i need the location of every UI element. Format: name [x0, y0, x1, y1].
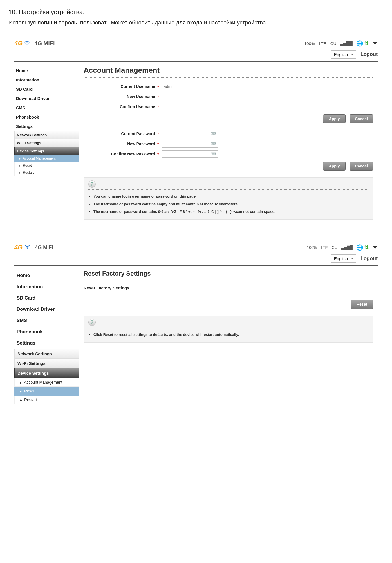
doc-heading: 10. Настройки устройства.	[8, 8, 384, 16]
nav-device-settings[interactable]: Device Settings	[14, 368, 79, 378]
nav-reset[interactable]: ▶ Reset	[14, 387, 79, 396]
input-new-password[interactable]	[162, 140, 218, 148]
label-current-password: Current Password	[84, 131, 157, 136]
nav-network-settings[interactable]: Network Settings	[14, 349, 79, 359]
nav-account-management[interactable]: ▶ Account Management	[14, 378, 79, 387]
input-current-username[interactable]	[162, 83, 218, 90]
wifi-icon	[24, 40, 30, 47]
input-confirm-password[interactable]	[162, 150, 218, 158]
data-arrows-icon: ⇅	[364, 244, 369, 251]
nav-sdcard[interactable]: SD Card	[14, 84, 79, 94]
page-title: Reset Factory Settings	[84, 270, 373, 280]
triangle-right-icon: ▶	[19, 171, 22, 174]
brand-label: 4G MIFI	[34, 40, 55, 47]
label-current-username: Current Username	[84, 84, 157, 89]
sidebar: Home Information SD Card Download Driver…	[14, 270, 79, 404]
globe-icon: 🌐	[356, 40, 363, 47]
screenshot-reset-factory: 4G 4G MIFI 100% LTE CU ▃▅▇█ 🌐 ⇅ English …	[8, 240, 384, 410]
logout-link[interactable]: Logout	[360, 256, 378, 262]
cancel-password-button[interactable]: Cancel	[350, 162, 373, 171]
help-line: You can change login user name or passwo…	[93, 193, 368, 200]
apply-username-button[interactable]: Apply	[323, 114, 346, 123]
carrier-label: CU	[330, 41, 337, 46]
network-type: LTE	[319, 41, 326, 46]
nav-phonebook[interactable]: Phonebook	[14, 112, 79, 122]
input-new-username[interactable]	[162, 93, 218, 100]
nav-sms[interactable]: SMS	[14, 315, 79, 326]
nav-settings[interactable]: Settings	[14, 338, 79, 349]
help-line: Click Reset to reset all settings to def…	[93, 331, 368, 338]
help-box: ? Click Reset to reset all settings to d…	[84, 316, 373, 343]
network-type: LTE	[321, 245, 328, 250]
triangle-right-icon: ▶	[19, 164, 22, 167]
screenshot-account-management: 4G 4G MIFI 100% LTE CU ▃▅▇█ 🌐 ⇅ English …	[8, 35, 384, 225]
battery-percent: 100%	[307, 245, 317, 250]
language-select[interactable]: English	[331, 50, 356, 59]
sidebar: Home Information SD Card Download Driver…	[14, 66, 79, 220]
carrier-label: CU	[332, 245, 337, 250]
cancel-username-button[interactable]: Cancel	[350, 114, 373, 123]
globe-icon: 🌐	[356, 244, 363, 251]
help-box: ? You can change login user name or pass…	[84, 177, 373, 220]
wifi-small-icon	[373, 41, 378, 46]
doc-subtext: Используя логин и пароль, пользовать мож…	[8, 18, 384, 27]
nav-reset[interactable]: ▶ Reset	[14, 162, 79, 169]
nav-home[interactable]: Home	[14, 66, 79, 75]
apply-password-button[interactable]: Apply	[323, 162, 346, 171]
triangle-right-icon: ▶	[19, 157, 22, 160]
nav-settings[interactable]: Settings	[14, 122, 79, 131]
logo-4g-icon: 4G	[14, 244, 23, 251]
battery-percent: 100%	[304, 41, 315, 46]
reset-button[interactable]: Reset	[351, 300, 373, 309]
signal-bars-icon: ▃▅▇█	[340, 41, 352, 46]
triangle-right-icon: ▶	[20, 399, 23, 402]
label-new-username: New Username	[84, 94, 157, 99]
page-title: Account Management	[84, 66, 373, 78]
nav-download-driver[interactable]: Download Driver	[14, 304, 79, 315]
nav-wifi-settings[interactable]: Wi-Fi Settings	[14, 139, 79, 147]
help-line: The username or password contains 0-9 a-…	[93, 208, 368, 215]
nav-home[interactable]: Home	[14, 270, 79, 281]
logout-link[interactable]: Logout	[360, 52, 378, 57]
label-new-password: New Password	[84, 142, 157, 146]
help-line: The username or password can't be empty …	[93, 200, 368, 208]
content-area: Reset Factory Settings Reset Factory Set…	[79, 270, 378, 404]
nav-information[interactable]: Information	[14, 75, 79, 84]
triangle-right-icon: ▶	[20, 381, 23, 384]
logo-4g-icon: 4G	[14, 40, 23, 47]
nav-account-management[interactable]: ▶ Account Management	[14, 155, 79, 162]
svg-point-1	[27, 248, 28, 249]
label-confirm-password: Confirm New Password	[84, 152, 157, 156]
nav-download-driver[interactable]: Download Driver	[14, 94, 79, 103]
nav-network-settings[interactable]: Network Settings	[14, 131, 79, 139]
triangle-right-icon: ▶	[20, 390, 23, 393]
language-select[interactable]: English	[331, 254, 356, 263]
section-subtitle: Reset Factory Settings	[84, 285, 373, 290]
data-arrows-icon: ⇅	[364, 40, 369, 46]
nav-information[interactable]: Information	[14, 281, 79, 292]
nav-sdcard[interactable]: SD Card	[14, 292, 79, 304]
help-icon: ?	[88, 180, 96, 188]
nav-phonebook[interactable]: Phonebook	[14, 326, 79, 338]
nav-device-settings[interactable]: Device Settings	[14, 147, 79, 155]
brand-label: 4G MIFI	[35, 245, 53, 251]
nav-wifi-settings[interactable]: Wi-Fi Settings	[14, 359, 79, 368]
input-current-password[interactable]	[162, 130, 218, 137]
label-confirm-username: Confirm Username	[84, 104, 157, 109]
wifi-icon	[24, 244, 30, 251]
nav-restart[interactable]: ▶ Restart	[14, 396, 79, 404]
nav-sms[interactable]: SMS	[14, 103, 79, 112]
nav-restart[interactable]: ▶ Restart	[14, 169, 79, 176]
content-area: Account Management Current Username* New…	[79, 66, 378, 220]
signal-bars-icon: ▃▅▇█	[341, 245, 352, 250]
wifi-small-icon	[373, 245, 378, 250]
svg-point-0	[27, 44, 28, 45]
help-icon: ?	[88, 319, 96, 326]
input-confirm-username[interactable]	[162, 103, 218, 110]
